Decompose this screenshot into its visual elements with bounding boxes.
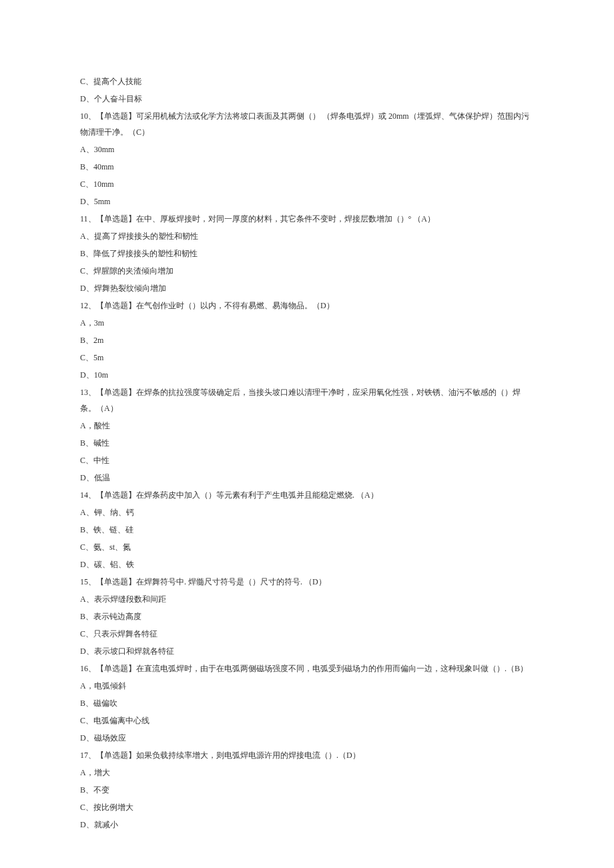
option-c: C、中性 bbox=[80, 452, 534, 468]
option-a: A，电弧倾斜 bbox=[80, 678, 534, 694]
option-b: B、降低了焊接接头的塑性和韧性 bbox=[80, 246, 534, 262]
option-c: C、电弧偏离中心线 bbox=[80, 713, 534, 729]
option-c: C、按比例增大 bbox=[80, 799, 534, 815]
option-a: A，3m bbox=[80, 315, 534, 331]
option-d: D、低温 bbox=[80, 470, 534, 486]
option-a: A，增大 bbox=[80, 765, 534, 781]
option-c: C、10mm bbox=[80, 176, 534, 192]
option-c: C、只表示焊舞各特征 bbox=[80, 626, 534, 642]
option-b: B、不变 bbox=[80, 782, 534, 798]
question-14: 14、【单选题】在焊条药皮中加入（）等元素有利于产生电弧并且能稳定燃烧. （A） bbox=[80, 487, 534, 503]
text-line: C、提高个人技能 bbox=[80, 73, 534, 89]
option-b: B、磁偏吹 bbox=[80, 695, 534, 711]
option-d: D、焊舞热裂纹倾向增加 bbox=[80, 280, 534, 296]
option-c: C、氨、st、氮 bbox=[80, 539, 534, 555]
question-13: 13、【单选题】在焊条的抗拉强度等级确定后，当接头坡口难以清理干净时，应采用氧化… bbox=[80, 384, 534, 416]
option-d: D、就减小 bbox=[80, 817, 534, 833]
option-a: A，酸性 bbox=[80, 418, 534, 434]
option-d: D、磁场效应 bbox=[80, 730, 534, 746]
option-c: C、焊腥隙的夹渣倾向增加 bbox=[80, 263, 534, 279]
question-17: 17、【单选题】如果负载持续率增大，则电弧焊电源许用的焊接电流（）.（D） bbox=[80, 747, 534, 763]
question-11: 11、【单选题】在中、厚板焊接时，对同一厚度的材料，其它条件不变时，焊接层数增加… bbox=[80, 211, 534, 227]
question-10: 10、【单选题】可采用机械方法或化学方法将坡口表面及其两侧（） （焊条电弧焊）或… bbox=[80, 108, 534, 140]
option-b: B、铁、链、硅 bbox=[80, 522, 534, 538]
option-b: B、40mm bbox=[80, 159, 534, 175]
option-b: B、碱性 bbox=[80, 435, 534, 451]
option-a: A、30mm bbox=[80, 141, 534, 157]
option-d: D、5mm bbox=[80, 193, 534, 209]
option-a: A、提高了焊接接头的塑性和韧性 bbox=[80, 228, 534, 244]
option-d: D、碳、铝、铁 bbox=[80, 556, 534, 572]
option-b: B、2m bbox=[80, 332, 534, 348]
option-a: A、表示焊缝段数和间距 bbox=[80, 591, 534, 607]
option-c: C、5m bbox=[80, 350, 534, 366]
question-16: 16、【单选题】在直流电弧焊时，由于在电弧两侧磁场强度不同，电弧受到磁场力的作用… bbox=[80, 661, 534, 677]
option-b: B、表示钝边高度 bbox=[80, 608, 534, 624]
option-a: A、钾、纳、钙 bbox=[80, 504, 534, 520]
option-d: D、表示坡口和焊就各特征 bbox=[80, 643, 534, 659]
option-d: D、10m bbox=[80, 367, 534, 383]
text-line: D、个人奋斗目标 bbox=[80, 91, 534, 107]
question-15: 15、【单选题】在焊舞符号中. 焊髓尺寸符号是（）尺寸的符号. （D） bbox=[80, 574, 534, 590]
question-12: 12、【单选题】在气创作业时（）以内，不得有易燃、易海物品。（D） bbox=[80, 298, 534, 314]
